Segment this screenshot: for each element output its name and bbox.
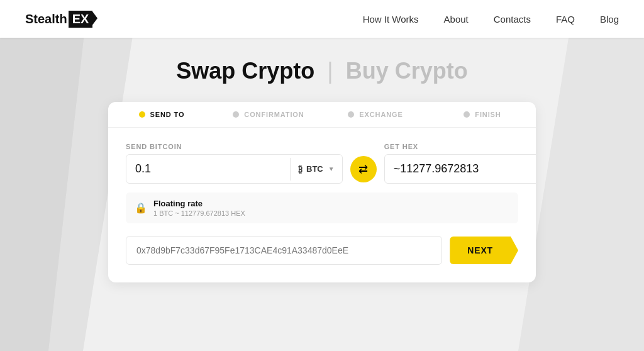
nav-blog[interactable]: Blog [600,14,619,25]
form-area: SEND BITCOIN ₿ BTC ▼ ⇄ [108,143,536,265]
swap-button[interactable]: ⇄ [350,156,377,182]
swap-arrows-icon: ⇄ [358,162,368,176]
next-button[interactable]: NEXT [450,237,518,264]
main-content: Swap Crypto | Buy Crypto SEND TO CONFIRM… [0,38,644,282]
logo-ex: EX [69,11,93,28]
step-send-to[interactable]: SEND TO [108,102,215,127]
rate-subtitle: 1 BTC ~ 112779.672813 HEX [153,209,245,217]
swap-card: SEND TO CONFIRMATION EXCHANGE FINISH SEN… [108,102,536,282]
rate-text: Floating rate 1 BTC ~ 112779.672813 HEX [153,199,245,217]
send-input-container: ₿ BTC ▼ [126,154,343,184]
page-title-area: Swap Crypto | Buy Crypto [176,58,467,84]
wallet-address-input[interactable] [126,236,442,265]
send-chevron-icon: ▼ [328,165,335,172]
title-swap: Swap Crypto [176,58,314,84]
header: StealthEX How It Works About Contacts FA… [0,0,644,38]
step-confirmation[interactable]: CONFIRMATION [215,102,322,127]
nav-about[interactable]: About [444,14,469,25]
nav: How It Works About Contacts FAQ Blog [363,14,619,25]
step-dot-exchange [348,111,354,118]
steps-bar: SEND TO CONFIRMATION EXCHANGE FINISH [108,102,536,128]
wallet-row: NEXT [126,236,518,265]
step-label-send-to: SEND TO [150,111,185,118]
step-label-exchange: EXCHANGE [359,111,402,118]
title-divider: | [327,58,333,84]
swap-inputs-row: SEND BITCOIN ₿ BTC ▼ ⇄ [126,143,518,184]
send-currency-select[interactable]: ₿ BTC ▼ [290,158,342,181]
step-dot-finish [464,111,470,118]
nav-contacts[interactable]: Contacts [494,14,531,25]
step-label-confirmation: CONFIRMATION [244,111,304,118]
rate-info: 🔒 Floating rate 1 BTC ~ 112779.672813 HE… [126,192,518,223]
title-buy: Buy Crypto [346,58,468,84]
send-label: SEND BITCOIN [126,143,343,150]
get-amount-input[interactable] [385,155,536,183]
logo-stealth: Stealth [25,12,67,26]
step-dot-send-to [139,111,145,118]
logo[interactable]: StealthEX [25,11,92,28]
rate-title: Floating rate [153,199,245,208]
get-input-container: H HEX ▼ [384,154,536,184]
get-label: GET HEX [384,143,536,150]
lock-icon: 🔒 [135,202,147,214]
get-group: GET HEX H HEX ▼ [384,143,536,184]
step-dot-confirmation [233,111,239,118]
step-finish[interactable]: FINISH [429,102,536,127]
step-exchange[interactable]: EXCHANGE [322,102,429,127]
send-group: SEND BITCOIN ₿ BTC ▼ [126,143,343,184]
btc-icon: ₿ [298,164,303,174]
send-currency-label: BTC [306,164,323,174]
step-label-finish: FINISH [475,111,501,118]
nav-how-it-works[interactable]: How It Works [363,14,419,25]
send-amount-input[interactable] [126,155,290,183]
nav-faq[interactable]: FAQ [556,14,575,25]
